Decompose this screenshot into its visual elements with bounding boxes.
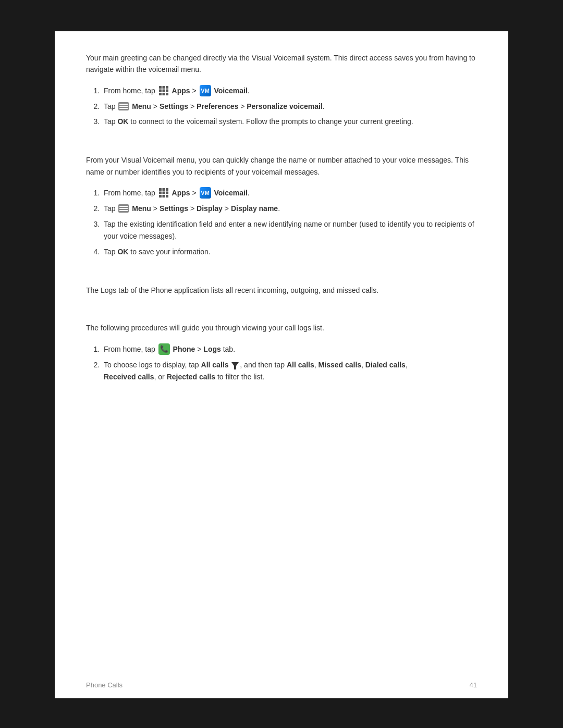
- section-2-steps: From home, tap Apps > VM: [102, 187, 477, 258]
- section-logs-intro: The Logs tab of the Phone application li…: [86, 285, 477, 296]
- page-footer: Phone Calls 41: [86, 681, 477, 689]
- menu-icon-1: [118, 102, 129, 110]
- step-2-1: From home, tap Apps > VM: [102, 187, 477, 200]
- divider-3: [86, 312, 477, 322]
- svg-rect-23: [119, 206, 128, 207]
- step-2-2: Tap Menu > Settings > Display > Display …: [102, 203, 477, 215]
- svg-rect-25: [119, 210, 128, 211]
- svg-rect-7: [162, 93, 165, 95]
- settings-label-2: Settings: [160, 204, 188, 213]
- footer-left: Phone Calls: [86, 681, 123, 689]
- svg-rect-2: [166, 86, 168, 89]
- svg-rect-11: [119, 106, 128, 107]
- received-calls-label: Received calls: [104, 373, 154, 381]
- dialed-calls-label: Dialed calls: [365, 361, 406, 369]
- svg-rect-0: [159, 86, 162, 89]
- svg-marker-26: [231, 362, 239, 369]
- svg-rect-4: [162, 90, 165, 92]
- svg-rect-15: [166, 188, 168, 191]
- missed-calls-label: Missed calls: [319, 361, 362, 369]
- svg-rect-1: [162, 86, 165, 89]
- svg-rect-17: [162, 192, 165, 194]
- svg-rect-5: [166, 90, 168, 92]
- ok-label-1: OK: [117, 117, 128, 126]
- page-container: Your main greeting can be changed direct…: [55, 31, 508, 698]
- svg-rect-3: [159, 90, 162, 92]
- phone-icon: 📞: [158, 343, 170, 355]
- section-change-display-name: From your Visual Voicemail menu, you can…: [86, 154, 477, 258]
- all-calls-label-2: All calls: [287, 361, 314, 369]
- menu-icon-2: [118, 204, 129, 213]
- voicemail-icon-2: VM: [200, 187, 211, 199]
- all-calls-label-1: All calls: [201, 361, 229, 369]
- section-2-intro: From your Visual Voicemail menu, you can…: [86, 154, 477, 178]
- step-4-1: From home, tap 📞 Phone > Logs tab.: [102, 343, 477, 356]
- svg-rect-18: [166, 192, 168, 194]
- apps-grid-icon-2: [158, 188, 169, 198]
- svg-rect-20: [162, 195, 165, 198]
- section-1-intro: Your main greeting can be changed direct…: [86, 52, 477, 76]
- call-logs-intro-text: The following procedures will guide you …: [86, 322, 477, 334]
- phone-label: Phone: [173, 345, 195, 353]
- footer-page-number: 41: [470, 681, 477, 689]
- ok-label-2: OK: [117, 248, 128, 256]
- step-4-2: To choose logs to display, tap All calls…: [102, 359, 477, 384]
- step-2-4: Tap OK to save your information.: [102, 246, 477, 258]
- apps-label-2: Apps: [172, 189, 190, 197]
- menu-label-1: Menu: [132, 102, 151, 110]
- divider-2: [86, 274, 477, 285]
- svg-rect-14: [162, 188, 165, 191]
- svg-rect-13: [159, 188, 162, 191]
- svg-rect-8: [166, 93, 168, 95]
- section-change-greeting: Your main greeting can be changed direct…: [86, 52, 477, 128]
- apps-grid-icon: [158, 85, 169, 96]
- divider-1: [86, 144, 477, 154]
- section-view-call-logs: The following procedures will guide you …: [86, 322, 477, 384]
- voicemail-label-1: Voicemail: [214, 87, 247, 95]
- section-1-steps: From home, tap Apps >: [102, 85, 477, 128]
- svg-rect-24: [119, 208, 128, 209]
- preferences-label-1: Preferences: [197, 102, 238, 110]
- voicemail-icon-1: VM: [200, 85, 211, 96]
- menu-label-2: Menu: [132, 204, 151, 213]
- voicemail-label-2: Voicemail: [214, 189, 247, 197]
- apps-label-1: Apps: [172, 87, 190, 95]
- step-1-3: Tap OK to connect to the voicemail syste…: [102, 116, 477, 128]
- svg-rect-16: [159, 192, 162, 194]
- svg-rect-21: [166, 195, 168, 198]
- svg-rect-19: [159, 195, 162, 198]
- logs-label: Logs: [203, 345, 221, 353]
- display-label: Display: [197, 204, 223, 213]
- settings-label-1: Settings: [160, 102, 188, 110]
- display-name-label: Display name: [231, 204, 278, 213]
- svg-rect-10: [119, 104, 128, 105]
- svg-rect-12: [119, 108, 128, 109]
- section-4-steps: From home, tap 📞 Phone > Logs tab. To ch…: [102, 343, 477, 384]
- personalize-label-1: Personalize voicemail: [247, 102, 323, 110]
- step-2-3: Tap the existing identification field an…: [102, 218, 477, 243]
- filter-icon: [231, 361, 239, 368]
- step-1-1: From home, tap Apps >: [102, 85, 477, 97]
- logs-intro-text: The Logs tab of the Phone application li…: [86, 285, 477, 296]
- rejected-calls-label: Rejected calls: [167, 373, 215, 381]
- svg-rect-6: [159, 93, 162, 95]
- step-1-2: Tap Menu > Settings > Preferences > Pers…: [102, 101, 477, 113]
